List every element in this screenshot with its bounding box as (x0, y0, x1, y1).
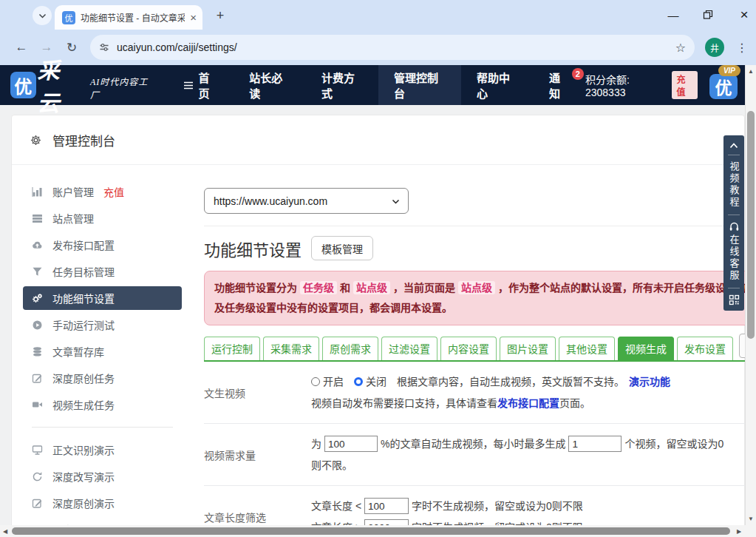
notification-badge: 2 (572, 68, 584, 80)
notice-text: 功能细节设置分为 (214, 282, 297, 294)
nav-item-label: 通知 (549, 70, 570, 101)
tab-other-settings[interactable]: 其他设置 (559, 337, 615, 360)
demo-link[interactable]: 演示功能 (629, 374, 670, 390)
sidebar-item-account[interactable]: 账户管理 充值 (23, 180, 182, 203)
videos-per-hour-input[interactable] (568, 436, 622, 452)
browser-menu-icon[interactable]: ⋮ (735, 41, 749, 55)
site-logo[interactable]: 优 采云 AI时代内容工厂 (10, 53, 154, 118)
recharge-button[interactable]: 充值 (672, 71, 698, 99)
row-desc: 文章长度 < (311, 498, 361, 514)
user-avatar[interactable]: 优 VIP (709, 74, 738, 101)
url-text[interactable]: ucaiyun.com/caiji/settings/ (117, 41, 668, 53)
nav-item-must-read[interactable]: 站长必读 (234, 65, 306, 105)
vertical-scrollbar[interactable]: ▲ ▼ (745, 65, 756, 525)
nav-right: 积分余额: 2308333 充值 优 VIP (585, 70, 738, 101)
sidebar-item-video-task[interactable]: 视频生成任务 (23, 393, 182, 416)
vertical-scroll-thumb[interactable] (747, 111, 755, 339)
tab-content-settings[interactable]: 内容设置 (440, 337, 497, 360)
sidebar-item-label: 任务目标管理 (52, 264, 115, 279)
site-nav: 优 采云 AI时代内容工厂 首页 站长必读 计费方式 管理控制台 帮助中心 通知… (0, 65, 745, 105)
server-icon (32, 213, 43, 224)
nav-item-label: 管理控制台 (394, 70, 446, 101)
list-icon (183, 81, 194, 90)
radio-label[interactable]: 关闭 (366, 374, 386, 390)
site-select[interactable]: https://www.ucaiyun.com (204, 188, 409, 214)
site-favicon: 优 (62, 11, 75, 24)
profile-avatar[interactable]: 井 (705, 38, 724, 57)
divider (204, 226, 756, 226)
notice-text: ，当前页面是 (393, 282, 455, 294)
sidebar-item-label: 深度原创任务 (52, 371, 115, 385)
online-service-link[interactable]: 在线客服 (727, 234, 741, 282)
close-button[interactable]: × (738, 7, 750, 23)
sidebar-item-label: 发布接口配置 (52, 237, 115, 252)
qr-code-icon[interactable] (729, 294, 740, 305)
sidebar-item-label: 正文识别演示 (52, 442, 115, 457)
tab-original-demand[interactable]: 原创需求 (322, 337, 378, 360)
sidebar-item-manual-test[interactable]: 手动运行测试 (23, 313, 182, 337)
site-settings-icon[interactable] (99, 42, 109, 53)
tab-run-control[interactable]: 运行控制 (204, 337, 260, 360)
sidebar-item-body-recognition-demo[interactable]: 正文识别演示 (23, 438, 182, 462)
logo-tagline: AI时代内容工厂 (90, 75, 155, 101)
radio-label[interactable]: 开启 (323, 374, 344, 390)
minimize-button[interactable]: — (667, 9, 679, 21)
card-header: 管理控制台 (12, 115, 744, 165)
radio-on[interactable] (311, 377, 320, 386)
tab-publish-settings[interactable]: 发布设置 (677, 337, 733, 360)
scroll-down-arrow[interactable]: ▼ (746, 516, 756, 522)
row-desc: 为 (311, 436, 321, 452)
nav-item-home[interactable]: 首页 (168, 65, 234, 105)
monitor-icon (32, 445, 43, 456)
bookmark-star-icon[interactable]: ☆ (675, 41, 686, 55)
filter-icon (32, 266, 43, 277)
back-to-top-icon[interactable] (729, 141, 739, 149)
nav-item-notifications[interactable]: 通知 2 (534, 65, 585, 105)
vip-badge: VIP (718, 65, 740, 76)
sidebar-item-publish-api[interactable]: 发布接口配置 (23, 233, 182, 257)
sidebar-item-task-targets[interactable]: 任务目标管理 (23, 260, 182, 283)
tab-video-generation[interactable]: 视频生成 (618, 337, 674, 360)
publish-api-link[interactable]: 发布接口配置 (497, 395, 559, 411)
scroll-left-arrow[interactable]: ◀ (0, 528, 10, 535)
sidebar-item-rewrite-demo[interactable]: 深度改写演示 (23, 465, 182, 488)
main-panel: https://www.ucaiyun.com 功能细节设置 模板管理 功能细节… (204, 180, 756, 537)
database-icon (32, 346, 43, 357)
radio-off[interactable] (354, 377, 363, 386)
browser-tab[interactable]: 优 功能细节设置 - 自动文章采集器 × (55, 5, 202, 30)
sidebar-item-article-store[interactable]: 文章暂存库 (23, 340, 182, 363)
tab-search-button[interactable] (33, 6, 52, 25)
nav-item-billing[interactable]: 计费方式 (306, 65, 378, 105)
tab-filter-settings[interactable]: 过滤设置 (381, 337, 437, 360)
sidebar-item-original-demo[interactable]: 深度原创演示 (23, 491, 182, 515)
tab-title: 功能细节设置 - 自动文章采集器 (81, 11, 185, 24)
tab-close-icon[interactable]: × (190, 12, 197, 23)
row-desc: 字时不生成视频，留空或设为0则不限 (412, 498, 583, 514)
bar-chart-icon (32, 186, 43, 197)
sidebar-item-deep-original-task[interactable]: 深度原创任务 (23, 366, 182, 390)
video-percent-input[interactable] (324, 436, 378, 452)
template-manage-button[interactable]: 模板管理 (311, 236, 373, 260)
new-tab-button[interactable]: + (211, 7, 229, 24)
row-desc: 则不限。 (311, 457, 353, 473)
recharge-link[interactable]: 充值 (103, 184, 124, 199)
address-bar[interactable]: ucaiyun.com/caiji/settings/ ☆ (90, 35, 695, 60)
video-tutorial-link[interactable]: 视频教程 (727, 161, 741, 209)
horizontal-scroll-thumb[interactable] (12, 527, 730, 535)
gear-icon (30, 134, 42, 146)
tab-collect-demand[interactable]: 采集需求 (263, 337, 319, 360)
sidebar-item-label: 文章暂存库 (52, 344, 104, 359)
scroll-right-arrow[interactable]: ▶ (733, 528, 745, 535)
nav-item-console[interactable]: 管理控制台 (378, 65, 461, 105)
tab-image-settings[interactable]: 图片设置 (500, 337, 556, 360)
level-badge: 站点级 (353, 281, 390, 294)
sidebar-item-detail-settings[interactable]: 功能细节设置 (23, 286, 182, 310)
scroll-up-arrow[interactable]: ▲ (746, 68, 756, 75)
headset-icon[interactable] (729, 221, 740, 232)
min-length-input[interactable] (364, 498, 409, 514)
nav-item-help[interactable]: 帮助中心 (461, 65, 534, 105)
horizontal-scrollbar[interactable]: ◀ ▶ (0, 525, 745, 537)
sidebar-item-sites[interactable]: 站点管理 (23, 206, 182, 230)
level-badge: 站点级 (458, 281, 495, 294)
restore-button[interactable] (703, 10, 715, 20)
